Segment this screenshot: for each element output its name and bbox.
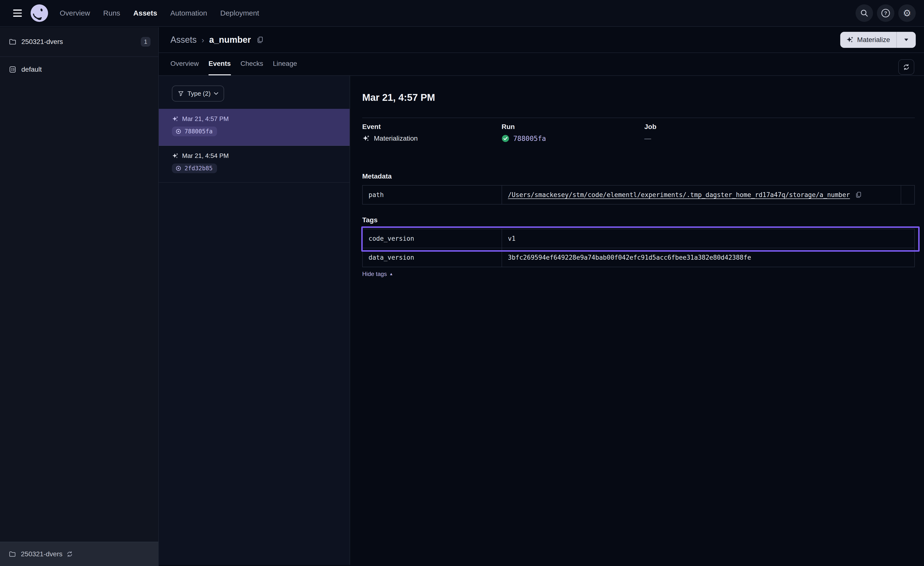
folder-icon: [9, 551, 16, 558]
event-type-value: Materialization: [374, 135, 418, 142]
event-detail-pane: Mar 21, 4:57 PM Event Materialization Ru…: [350, 76, 924, 565]
top-icons: ? ⚙: [855, 5, 916, 22]
metadata-key: path: [363, 185, 502, 204]
breadcrumb-assets-link[interactable]: Assets: [170, 35, 196, 45]
divider: [362, 117, 915, 118]
asset-count-badge: 1: [141, 37, 150, 47]
event-run-id: 2fd32b85: [184, 165, 213, 172]
asset-tabs: Overview Events Checks Lineage: [159, 53, 924, 76]
event-run-id: 788005fa: [184, 128, 213, 135]
run-target-icon: [175, 128, 182, 135]
tags-table: code_version v1 data_version 3bfc269594e…: [362, 229, 915, 267]
type-filter-button[interactable]: Type (2): [172, 86, 224, 102]
tab-lineage[interactable]: Lineage: [273, 53, 297, 75]
run-id-link[interactable]: 788005fa: [513, 135, 546, 143]
sparkle-materialization-icon: [172, 152, 178, 160]
tag-value: v1: [502, 229, 914, 248]
tab-events[interactable]: Events: [208, 53, 231, 75]
sidebar-item-group-default[interactable]: default: [0, 57, 158, 82]
copy-path-button[interactable]: [855, 191, 862, 199]
sidebar-item-code-location[interactable]: 250321-dvers 1: [0, 27, 158, 57]
event-run-badge[interactable]: 788005fa: [172, 126, 217, 136]
table-row-code-version: code_version v1: [363, 229, 914, 248]
run-target-icon: [175, 165, 182, 172]
help-button[interactable]: ?: [877, 5, 894, 22]
nav-item-runs[interactable]: Runs: [103, 9, 120, 17]
metadata-table: path /Users/smackesey/stm/code/elementl/…: [362, 185, 915, 205]
tag-key: data_version: [363, 248, 502, 267]
sidebar: 250321-dvers 1 default 250321-dvers: [0, 27, 159, 566]
materialize-dropdown-button[interactable]: [897, 32, 916, 48]
run-column-label: Run: [502, 123, 644, 131]
sidebar-footer-code-location[interactable]: 250321-dvers: [0, 542, 158, 566]
tags-heading: Tags: [362, 216, 915, 224]
sidebar-footer-label: 250321-dvers: [21, 550, 62, 558]
materialize-button-label: Materialize: [857, 36, 890, 44]
settings-button[interactable]: ⚙: [898, 5, 916, 22]
event-timestamp: Mar 21, 4:54 PM: [182, 152, 229, 160]
job-column-label: Job: [644, 123, 915, 131]
nav-item-overview[interactable]: Overview: [60, 9, 90, 17]
refresh-button[interactable]: [898, 59, 914, 75]
metadata-heading: Metadata: [362, 173, 915, 180]
event-column: Event Materialization: [362, 123, 502, 143]
event-column-label: Event: [362, 123, 502, 131]
check-circle-icon: [502, 135, 509, 142]
chevron-down-icon: [214, 92, 218, 95]
event-detail-title: Mar 21, 4:57 PM: [362, 92, 915, 102]
dagster-logo[interactable]: [31, 5, 48, 22]
copy-asset-name-button[interactable]: [256, 36, 264, 44]
table-row-data-version: data_version 3bfc269594ef649228e9a74bab0…: [363, 248, 914, 267]
nav-item-assets[interactable]: Assets: [133, 9, 157, 17]
nav-items: Overview Runs Assets Automation Deployme…: [60, 9, 259, 17]
hide-tags-link[interactable]: Hide tags ▲: [362, 271, 393, 277]
gear-icon: ⚙: [903, 9, 911, 18]
asset-group-icon: [9, 66, 16, 73]
sidebar-group-label: default: [21, 66, 42, 73]
table-row: path /Users/smackesey/stm/code/elementl/…: [363, 185, 914, 204]
metadata-path-link[interactable]: /Users/smackesey/stm/code/elementl/exper…: [508, 191, 850, 199]
dagster-app: Overview Runs Assets Automation Deployme…: [0, 0, 924, 566]
asset-body: Type (2) Mar 21, 4:57 PM 788005fa: [159, 76, 924, 565]
table-end-cell: [901, 185, 914, 204]
nav-item-deployment[interactable]: Deployment: [220, 9, 259, 17]
filter-funnel-icon: [178, 90, 184, 97]
nav-item-automation[interactable]: Automation: [170, 9, 207, 17]
svg-text:?: ?: [884, 10, 887, 16]
tab-checks[interactable]: Checks: [241, 53, 263, 75]
sidebar-location-label: 250321-dvers: [21, 38, 63, 46]
event-list-item[interactable]: Mar 21, 4:57 PM 788005fa: [159, 109, 350, 146]
asset-header: Assets › a_number Materialize: [159, 27, 924, 53]
tag-value: 3bfc269594ef649228e9a74bab00f042efc91d5a…: [502, 248, 914, 267]
help-icon: ?: [881, 8, 891, 18]
search-icon: [860, 9, 868, 18]
hide-tags-label: Hide tags: [362, 271, 387, 277]
page-title-asset-name: a_number: [209, 35, 251, 45]
materialize-button[interactable]: Materialize: [840, 32, 916, 48]
run-column: Run 788005fa: [502, 123, 644, 143]
refresh-sync-icon: [903, 63, 910, 71]
breadcrumb-separator: ›: [196, 35, 209, 45]
sparkle-materialization-icon: [172, 116, 178, 122]
copy-icon: [256, 36, 264, 44]
caret-up-icon: ▲: [389, 272, 393, 276]
hamburger-menu-icon[interactable]: [13, 9, 22, 17]
tab-overview[interactable]: Overview: [170, 53, 199, 75]
top-nav: Overview Runs Assets Automation Deployme…: [0, 0, 924, 27]
search-button[interactable]: [855, 5, 873, 22]
tag-key: code_version: [363, 229, 502, 248]
copy-icon: [855, 191, 862, 199]
job-value: —: [644, 135, 651, 142]
asset-view: Assets › a_number Materialize Overview E…: [159, 27, 924, 566]
refresh-sync-icon[interactable]: [66, 551, 73, 557]
event-summary-columns: Event Materialization Run 788005fa: [362, 123, 915, 143]
events-list-panel: Type (2) Mar 21, 4:57 PM 788005fa: [159, 76, 350, 565]
sparkle-materialization-icon: [362, 135, 370, 142]
materialize-button-main[interactable]: Materialize: [840, 32, 896, 48]
chevron-down-icon: [904, 38, 909, 42]
event-list-item[interactable]: Mar 21, 4:54 PM 2fd32b85: [159, 146, 350, 183]
event-timestamp: Mar 21, 4:57 PM: [182, 115, 229, 123]
event-run-badge[interactable]: 2fd32b85: [172, 164, 217, 173]
sparkle-materialization-icon: [846, 36, 854, 44]
job-column: Job —: [644, 123, 915, 143]
